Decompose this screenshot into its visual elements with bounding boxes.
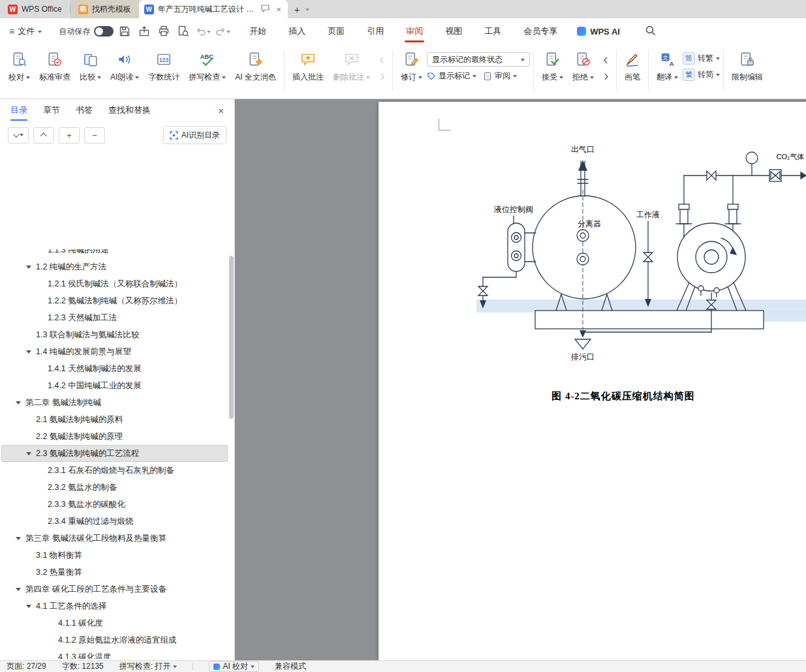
toc-item[interactable]: 4.1.3 碳化温度 [1,649,228,659]
page-indicator[interactable]: 页面: 27/29 [7,661,46,672]
next-comment-button[interactable] [375,70,389,83]
toc-item[interactable]: 1.4 纯碱的发展前景与展望 [1,343,228,360]
toc-item[interactable]: 4.1.2 原始氨盐水溶液的适宜组成 [1,632,228,649]
expand-arrow-icon[interactable] [26,605,31,608]
tab-reference[interactable]: 引用 [367,18,384,44]
delete-comment-button[interactable]: 删除批注 [328,48,375,95]
document-page[interactable]: 出气口 CO₂气体 液位控制阀 分离器 工作液 排污口 图 4-2二氧化碳压缩机… [379,102,806,660]
search-button[interactable] [645,25,656,38]
tab-current-document[interactable]: W 年产五万吨纯碱工艺设计 计算 × [139,0,288,18]
expand-arrow-icon[interactable] [16,588,21,591]
spellcheck-indicator[interactable]: 拼写检查: 打开 [119,661,178,672]
tab-review[interactable]: 审阅 [406,18,423,44]
toc-item[interactable]: 1.1.3 纯碱的用途 [1,249,228,258]
word-count-button[interactable]: 123 字数统计 [144,48,184,95]
reviewers-button[interactable]: 审阅 [483,70,517,82]
tab-insert[interactable]: 插入 [288,18,305,44]
to-simplified-button[interactable]: 繁 转简 [683,69,720,81]
show-markup-button[interactable]: 显示标记 [427,70,476,82]
autosave-toggle[interactable] [94,26,114,37]
translate-button[interactable]: 文 A 翻译 [652,48,683,95]
toc-item[interactable]: 2.3.3 氨盐水的碳酸化 [1,496,228,513]
tab-tools[interactable]: 工具 [484,18,501,44]
wps-ai-button[interactable]: WPS AI [577,27,620,37]
reject-button[interactable]: 拒绝 [568,48,598,95]
file-menu-button[interactable]: ≡ 文件 [0,25,48,37]
print-preview-button[interactable] [175,23,192,40]
sidebar-tab-contents[interactable]: 目录 [10,99,27,121]
ai-read-button[interactable]: AI朗读 [106,48,144,95]
expand-arrow-icon[interactable] [26,452,31,455]
toc-item[interactable]: 1.4.1 天然碱制碱法的发展 [1,360,228,377]
word-count-indicator[interactable]: 字数: 12135 [62,661,104,672]
redo-chevron-icon[interactable] [226,31,230,35]
toc-item[interactable]: 1.3 联合制碱法与氨碱法比较 [1,326,228,343]
toc-item[interactable]: 2.1 氨碱法制纯碱的原料 [1,411,228,428]
restrict-edit-button[interactable]: 限制编辑 [727,48,767,95]
markup-state-dropdown[interactable]: 显示标记的最终状态 [427,52,530,67]
toc-item[interactable]: 1.2.1 侯氏制碱法（又称联合制碱法） [1,275,228,292]
previous-change-button[interactable] [598,53,613,67]
sidebar-tab-chapters[interactable]: 章节 [43,99,60,121]
previous-comment-button[interactable] [375,53,389,67]
toc-item[interactable]: 1.2.3 天然碱加工法 [1,309,228,326]
toc-item[interactable]: 2.3.1 石灰石的煅烧与石灰乳的制备 [1,462,228,479]
tab-view[interactable]: 视图 [445,18,462,44]
to-traditional-button[interactable]: 简 转繁 [683,52,720,65]
sidebar-tab-bookmarks[interactable]: 书签 [76,99,93,121]
save-button[interactable] [116,23,133,40]
toc-item[interactable]: 3.2 热量衡算 [1,564,228,581]
undo-button[interactable] [194,23,211,40]
print-button[interactable] [155,23,172,40]
expand-arrow-icon[interactable] [16,537,21,540]
insert-comment-button[interactable]: 插入批注 [288,48,328,95]
toc-item[interactable]: 2.3.4 重碱的过滤与煅烧 [1,513,228,530]
tab-wps-home[interactable]: W WPS Office [0,0,70,18]
sidebar-scrollbar-thumb[interactable] [229,256,234,419]
zoom-out-outline-button[interactable]: − [84,127,105,144]
ink-button[interactable]: 画笔 [620,48,645,95]
toc-item[interactable]: 2.2 氨碱法制纯碱的原理 [1,428,228,445]
ai-polish-button[interactable]: AI 全文润色 [230,48,281,95]
toc-item[interactable]: 1.4.2 中国纯碱工业的发展 [1,377,228,394]
ai-recognize-toc-button[interactable]: AI识别目录 [163,126,226,144]
tab-page[interactable]: 页面 [328,18,345,44]
export-button[interactable] [136,23,153,40]
toc-item-selected[interactable]: 2.3 氨碱法制纯碱的工艺流程 [1,445,228,462]
expand-arrow-icon[interactable] [26,350,31,354]
close-sidebar-icon[interactable]: × [218,105,224,116]
track-changes-button[interactable]: 修订 [396,48,427,95]
tab-template-store[interactable]: 稻 找稻壳模板 [70,0,139,18]
toc-item[interactable]: 第三章 氨碱法碳化工段物料及热量衡算 [1,530,228,547]
toc-item[interactable]: 1.2 纯碱的生产方法 [1,258,228,275]
expand-arrow-icon[interactable] [26,266,31,269]
toc-item[interactable]: 1.2.2 氨碱法制纯碱（又称苏尔维法） [1,292,228,309]
sidebar-tab-find-replace[interactable]: 查找和替换 [108,99,151,121]
collapse-all-button[interactable] [33,127,54,144]
spell-check-button[interactable]: ABC 拼写检查 [184,48,230,95]
toc-item[interactable]: 2.3.2 氨盐水的制备 [1,479,228,496]
expand-arrow-icon[interactable] [16,401,21,405]
redo-button[interactable] [214,23,231,40]
accept-button[interactable]: 接受 [537,48,568,95]
compatibility-mode-indicator[interactable]: 兼容模式 [275,661,306,672]
toc-item[interactable]: 4.1.1 碳化度 [1,615,228,632]
ai-proofread-button[interactable]: AI 校对 [209,661,259,672]
standard-review-button[interactable]: 标准审查 [35,48,75,95]
close-tab-icon[interactable]: × [275,5,283,14]
compare-button[interactable]: 比较 [75,48,106,95]
comment-bubble-icon[interactable] [260,5,271,14]
expand-all-button[interactable] [8,127,29,144]
toc-item[interactable]: 3.1 物料衡算 [1,547,228,564]
tab-membership[interactable]: 会员专享 [523,18,557,44]
next-change-button[interactable] [598,70,613,83]
toc-item[interactable]: 第四章 碳化工段的工艺条件与主要设备 [1,581,228,598]
tab-home[interactable]: 开始 [249,18,266,44]
toc-item[interactable]: 第二章 氨碱法制纯碱 [1,394,228,411]
undo-chevron-icon[interactable] [207,31,211,35]
new-tab-button[interactable]: + [288,0,316,18]
document-area[interactable]: 出气口 CO₂气体 液位控制阀 分离器 工作液 排污口 图 4-2二氧化碳压缩机… [235,99,806,660]
proofread-button[interactable]: 校对 [4,48,35,95]
toc-item[interactable]: 4.1 工艺条件的选择 [1,598,228,615]
zoom-in-outline-button[interactable]: + [59,127,80,144]
